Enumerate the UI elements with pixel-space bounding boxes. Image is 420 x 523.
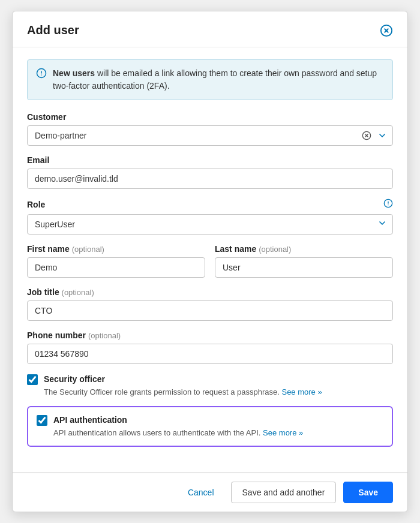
phone-label: Phone number (optional) (27, 330, 393, 340)
add-user-modal: Add user New users will be emailed a lin… (12, 11, 408, 512)
email-label: Email (27, 155, 393, 165)
job-title-input[interactable] (27, 300, 393, 321)
modal-title: Add user (27, 23, 79, 37)
last-name-label: Last name (optional) (215, 244, 393, 254)
role-field-group: Role (27, 199, 393, 235)
clear-icon (362, 131, 371, 140)
close-button[interactable] (380, 24, 393, 37)
modal-footer: Cancel Save and add another Save (13, 473, 407, 512)
first-name-label: First name (optional) (27, 244, 205, 254)
security-officer-group: Security officer The Security Officer ro… (27, 374, 393, 398)
name-fields-row: First name (optional) Last name (optiona… (27, 244, 393, 287)
info-bold-text: New users (53, 68, 95, 78)
security-officer-see-more-link[interactable]: See more » (281, 387, 322, 396)
customer-clear-button[interactable] (362, 131, 371, 140)
security-officer-checkbox[interactable] (27, 374, 38, 385)
email-input[interactable] (27, 169, 393, 189)
last-name-field-group: Last name (optional) (215, 244, 393, 278)
role-label-row: Role (27, 199, 393, 211)
api-auth-see-more-link[interactable]: See more » (263, 428, 303, 437)
role-info-icon[interactable] (383, 199, 393, 211)
job-title-label: Job title (optional) (27, 287, 393, 297)
info-banner: New users will be emailed a link allowin… (27, 59, 393, 100)
customer-label: Customer (27, 112, 393, 122)
api-auth-group: API authentication API authentication al… (37, 414, 383, 438)
modal-header: Add user (13, 11, 407, 47)
chevron-down-icon (377, 131, 387, 140)
security-officer-label[interactable]: Security officer The Security Officer ro… (27, 374, 393, 398)
api-auth-label[interactable]: API authentication API authentication al… (37, 414, 383, 438)
security-officer-title: Security officer (44, 374, 393, 386)
save-add-another-button[interactable]: Save and add another (231, 482, 337, 503)
first-name-input[interactable] (27, 257, 205, 278)
info-icon (36, 68, 47, 81)
close-icon (380, 24, 393, 37)
api-auth-section: API authentication API authentication al… (27, 406, 393, 447)
info-banner-text: New users will be emailed a link allowin… (53, 67, 384, 92)
phone-field-group: Phone number (optional) (27, 330, 393, 364)
customer-field-group: Customer (27, 112, 393, 146)
modal-body: New users will be emailed a link allowin… (13, 47, 407, 467)
email-field-group: Email (27, 155, 393, 189)
job-title-field-group: Job title (optional) (27, 287, 393, 321)
api-auth-checkbox[interactable] (37, 415, 47, 426)
first-name-field-group: First name (optional) (27, 244, 205, 278)
api-auth-description: API authentication allows users to authe… (53, 428, 383, 438)
customer-dropdown-button[interactable] (377, 131, 387, 140)
info-rest-text: will be emailed a link allowing them to … (53, 68, 377, 91)
role-label: Role (27, 200, 45, 209)
security-officer-content: Security officer The Security Officer ro… (44, 374, 393, 398)
api-auth-title: API authentication (53, 414, 383, 426)
role-input[interactable] (27, 214, 393, 235)
security-officer-description: The Security Officer role grants permiss… (44, 387, 393, 398)
api-auth-content: API authentication API authentication al… (53, 414, 383, 438)
customer-select-wrapper (27, 125, 393, 146)
role-select-wrapper (27, 214, 393, 235)
customer-input[interactable] (27, 125, 393, 146)
save-button[interactable]: Save (343, 482, 393, 503)
cancel-button[interactable]: Cancel (178, 483, 224, 502)
phone-input[interactable] (27, 344, 393, 364)
last-name-input[interactable] (215, 257, 393, 278)
